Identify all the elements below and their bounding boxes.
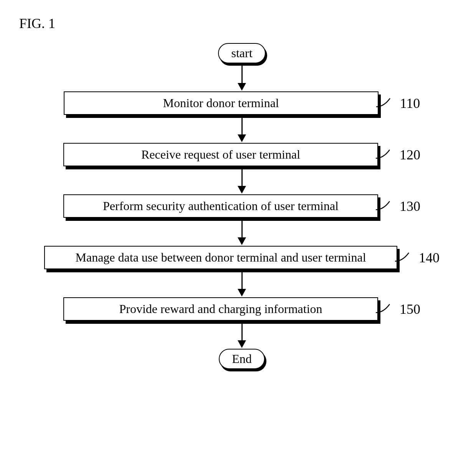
process-text: Perform security authentication of user … (63, 194, 378, 218)
arrow (238, 116, 246, 142)
process-text: Receive request of user terminal (63, 143, 378, 166)
leader-line (378, 303, 397, 315)
end-terminator: End (219, 349, 265, 369)
process-box: Monitor donor terminal (64, 91, 378, 115)
process-text: Provide reward and charging information (63, 297, 378, 321)
step-number: 130 (400, 198, 420, 214)
process-text: Manage data use between donor terminal a… (44, 246, 397, 269)
process-box: Provide reward and charging information (63, 297, 378, 321)
process-box: Perform security authentication of user … (63, 194, 378, 218)
arrow (238, 64, 246, 91)
arrow (238, 167, 246, 194)
end-label: End (219, 349, 265, 369)
leader-line (378, 149, 397, 161)
start-label: start (218, 43, 265, 63)
step-row: Monitor donor terminal 110 (64, 91, 420, 115)
process-text: Monitor donor terminal (64, 91, 378, 115)
process-box: Receive request of user terminal (63, 143, 378, 166)
step-row: Manage data use between donor terminal a… (44, 246, 440, 269)
process-box: Manage data use between donor terminal a… (44, 246, 397, 269)
step-number: 110 (400, 95, 420, 111)
arrow (238, 321, 246, 348)
flowchart-container: start Monitor donor terminal 110 Receive… (15, 43, 461, 369)
arrow (238, 219, 246, 245)
step-row: Receive request of user terminal 120 (63, 143, 420, 166)
step-row: Provide reward and charging information … (63, 297, 420, 321)
arrow (238, 270, 246, 297)
step-number: 140 (419, 250, 440, 266)
step-number: 150 (400, 301, 420, 317)
leader-line (378, 98, 398, 109)
step-number: 120 (400, 147, 420, 163)
step-row: Perform security authentication of user … (63, 194, 420, 218)
leader-line (378, 200, 397, 212)
figure-label: FIG. 1 (19, 15, 461, 31)
start-terminator: start (218, 43, 265, 63)
leader-line (397, 252, 416, 263)
